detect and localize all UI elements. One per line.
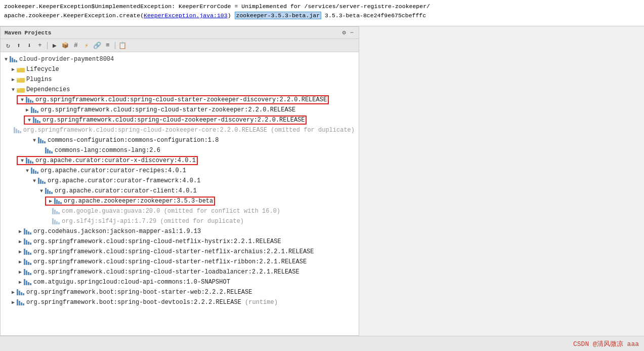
tree-item-dep8[interactable]: com.atguigu.springcloud:cloud-api-common… — [1, 277, 359, 287]
tree-item-dep2-1-1-1[interactable]: org.apache.curator:curator-client:4.0.1 — [1, 186, 359, 196]
svg-rect-1 — [17, 68, 20, 69]
tree-item-dep7[interactable]: org.springframework.cloud:spring-cloud-s… — [1, 267, 359, 277]
dep2-1-1-1-label: org.apache.curator:curator-client:4.0.1 — [55, 187, 197, 194]
dep10-icon — [17, 299, 25, 305]
tree-item-dep6[interactable]: org.springframework.cloud:spring-cloud-s… — [1, 257, 359, 267]
dep2-1-arrow[interactable] — [24, 168, 31, 174]
dep6-icon — [24, 259, 32, 265]
tree-item-dep1-2[interactable]: org.springframework.cloud:spring-cloud-z… — [1, 115, 359, 125]
status-bar: CSDN @清风微凉 aaa — [0, 336, 644, 351]
dep2-1-1-1-arrow[interactable] — [38, 188, 45, 194]
tree-item-dep1[interactable]: org.springframework.cloud:spring-cloud-s… — [1, 95, 359, 105]
module-button[interactable]: 📦 — [61, 41, 70, 50]
reimport-button[interactable]: ⬆ — [14, 41, 23, 50]
dependencies-folder-icon — [17, 87, 25, 93]
dep3-icon — [24, 228, 32, 235]
root-label: cloud-provider-payment8004 — [19, 56, 114, 63]
tree-item-dep2-1-1-1-2[interactable]: com.google.guava:guava:20.0 (omitted for… — [1, 206, 359, 216]
dep2-1-1-1-1-arrow[interactable] — [47, 198, 54, 204]
panel-header: Maven Projects ⚙ − — [1, 27, 359, 39]
dep2-1-1-1-1-icon — [54, 198, 62, 204]
dep2-1-label: org.apache.curator:curator-recipes:4.0.1 — [40, 167, 186, 174]
tree-item-dep5[interactable]: org.springframework.cloud:spring-cloud-s… — [1, 247, 359, 257]
settings-icon[interactable]: ⚙ — [341, 28, 347, 37]
run-button[interactable]: ▶ — [50, 41, 59, 50]
tree-item-dep2[interactable]: org.apache.curator:curator-x-discovery:4… — [1, 155, 359, 166]
dep4-arrow[interactable] — [17, 239, 24, 245]
tree-item-dep9[interactable]: org.springframework.boot:spring-boot-sta… — [1, 287, 359, 297]
dep8-arrow[interactable] — [17, 279, 24, 285]
tree-item-dep2-1[interactable]: org.apache.curator:curator-recipes:4.0.1 — [1, 166, 359, 176]
lifecycle-arrow[interactable] — [10, 66, 17, 72]
dep2-1-1-1-1-label: org.apache.zookeeper:zookeeper:3.5.3-bet… — [64, 198, 213, 205]
plugins-arrow[interactable] — [10, 76, 17, 83]
dep2-1-1-1-3-label: org.slf4j:slf4j-api:1.7.29 (omitted for … — [62, 218, 244, 225]
error-link[interactable]: KeeperException.java:103 — [144, 12, 228, 19]
tree-item-dep2-1-1-1-3[interactable]: org.slf4j:slf4j-api:1.7.29 (omitted for … — [1, 216, 359, 226]
tree-item-dep1-1[interactable]: org.springframework.cloud:spring-cloud-s… — [1, 105, 359, 115]
list-button[interactable]: ≡ — [103, 41, 112, 50]
dep2-1-1-label: org.apache.curator:curator-framewcrk:4.0… — [48, 177, 200, 184]
dep9-icon — [17, 289, 25, 295]
clipboard-button[interactable]: 📋 — [118, 41, 127, 50]
lifecycle-folder-icon — [17, 66, 25, 72]
dep1-2-2-1-label: commons-lang:commons-lang:2.6 — [55, 147, 160, 154]
dep7-icon — [24, 269, 32, 275]
dep6-label: org.springframework.cloud:spring-cloud-s… — [33, 258, 307, 265]
tree-item-dep1-2-2-1[interactable]: commons-lang:commons-lang:2.6 — [1, 145, 359, 155]
dep10-arrow[interactable] — [10, 299, 17, 305]
lightning-button[interactable]: ⚡ — [82, 41, 91, 50]
dep5-label: org.springframework.cloud:spring-cloud-s… — [33, 248, 314, 255]
download-button[interactable]: ⬇ — [25, 41, 34, 50]
dep1-2-2-arrow[interactable] — [31, 138, 38, 143]
tree-item-dep1-2-2[interactable]: commons-configuration:commons-configurat… — [1, 135, 359, 145]
dependencies-arrow[interactable] — [10, 87, 17, 93]
panel-icons: ⚙ − — [341, 28, 355, 37]
tree-item-dep2-1-1-1-1[interactable]: org.apache.zookeeper:zookeeper:3.5.3-bet… — [1, 196, 359, 206]
root-arrow[interactable] — [3, 57, 10, 62]
tree-item-dep3[interactable]: org.codehaus.jackson:jackson-mapper-asl:… — [1, 226, 359, 237]
link-button[interactable]: 🔗 — [93, 41, 102, 50]
tree-item-dep1-2-1[interactable]: org.springframework.cloud:spring-cloud-z… — [1, 125, 359, 135]
tree-item-dep4[interactable]: org.springframework.cloud:spring-cloud-n… — [1, 237, 359, 247]
hash-button[interactable]: # — [71, 41, 80, 50]
dep2-arrow[interactable] — [19, 158, 26, 164]
tree-area[interactable]: cloud-provider-payment8004 Lifecycle Plu… — [1, 52, 359, 335]
error-text-1: zookeeper.KeeperException$UnimplementedE… — [4, 3, 430, 10]
tree-root[interactable]: cloud-provider-payment8004 — [1, 54, 359, 64]
dep1-1-arrow[interactable] — [24, 107, 31, 113]
tree-item-dep2-1-1[interactable]: org.apache.curator:curator-framewcrk:4.0… — [1, 176, 359, 186]
dep1-2-1-label: org.springframework.cloud:spring-cloud-z… — [23, 127, 355, 134]
dep3-label: org.codehaus.jackson:jackson-mapper-asl:… — [33, 228, 201, 235]
dep9-label: org.springframework.boot:spring-boot-sta… — [26, 289, 252, 296]
dep9-arrow[interactable] — [10, 289, 17, 295]
dep1-2-icon — [33, 117, 41, 123]
dep2-1-icon — [31, 168, 39, 174]
dep1-arrow[interactable] — [19, 97, 26, 103]
dep1-2-2-icon — [38, 137, 46, 143]
error-area: zookeeper.KeeperException$UnimplementedE… — [0, 0, 644, 26]
tree-item-lifecycle[interactable]: Lifecycle — [1, 64, 359, 74]
root-icon — [10, 56, 18, 62]
dep2-1-1-icon — [38, 178, 46, 184]
plugins-label: Plugins — [26, 76, 52, 83]
dep6-arrow[interactable] — [17, 259, 24, 265]
dep8-label: com.atguigu.springcloud:cloud-api-common… — [33, 279, 230, 286]
add-button[interactable]: + — [35, 41, 45, 50]
tree-item-dep10[interactable]: org.springframework.boot:spring-boot-dev… — [1, 297, 359, 307]
tree-item-plugins[interactable]: Plugins — [1, 74, 359, 85]
refresh-button[interactable]: ↻ — [4, 41, 13, 50]
dep3-arrow[interactable] — [17, 228, 24, 235]
dep5-arrow[interactable] — [17, 249, 24, 255]
dep2-1-1-1-2-label: com.google.guava:guava:20.0 (omitted for… — [62, 208, 280, 215]
dep7-arrow[interactable] — [17, 269, 24, 275]
error-line-1: zookeeper.KeeperException$UnimplementedE… — [4, 2, 640, 11]
dep1-2-arrow[interactable] — [26, 118, 33, 123]
dep1-2-label: org.springframework.cloud:spring-cloud-z… — [42, 116, 305, 124]
panel-title: Maven Projects — [5, 30, 51, 36]
svg-rect-3 — [17, 78, 20, 80]
dep2-1-1-arrow[interactable] — [31, 178, 38, 184]
dep1-2-2-label: commons-configuration:commons-configurat… — [48, 137, 219, 144]
pin-icon[interactable]: − — [349, 29, 355, 37]
tree-item-dependencies[interactable]: Dependencies — [1, 85, 359, 95]
